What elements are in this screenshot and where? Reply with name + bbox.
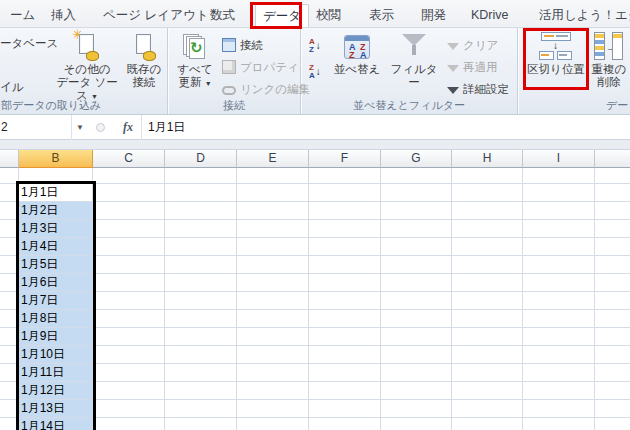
cell-partial[interactable] (595, 238, 630, 256)
column-header-E[interactable]: E (237, 150, 309, 168)
cell-I[interactable] (523, 418, 595, 430)
cell-D[interactable] (165, 274, 237, 292)
cell-D[interactable] (165, 400, 237, 418)
cell-G[interactable] (381, 202, 452, 220)
cell-F[interactable] (309, 202, 381, 220)
cell-F[interactable] (309, 292, 381, 310)
ribbon-tab-0[interactable]: ーム (3, 4, 42, 27)
cell-C[interactable] (93, 346, 165, 364)
cell-stub[interactable] (0, 292, 19, 310)
cell-stub[interactable] (0, 310, 19, 328)
cell-H[interactable] (452, 310, 523, 328)
cell-G[interactable] (381, 292, 452, 310)
advanced-filter-button[interactable]: 詳細設定 (447, 81, 509, 97)
cell-E[interactable] (237, 418, 309, 430)
cell-partial[interactable] (595, 274, 630, 292)
cell-partial[interactable] (595, 418, 630, 430)
cell-C[interactable] (93, 168, 165, 184)
cell-C[interactable] (93, 310, 165, 328)
cell-I[interactable] (523, 274, 595, 292)
cell-G[interactable] (381, 382, 452, 400)
cell-G[interactable] (381, 238, 452, 256)
cell-H[interactable] (452, 238, 523, 256)
ribbon-tab-7[interactable]: 開発 (414, 4, 453, 27)
cell-I[interactable] (523, 346, 595, 364)
cell-partial[interactable] (595, 364, 630, 382)
cell-G[interactable] (381, 274, 452, 292)
cell-H[interactable] (452, 382, 523, 400)
cell-I[interactable] (523, 328, 595, 346)
cell-H[interactable] (452, 400, 523, 418)
connections-button[interactable]: 接続 (222, 37, 263, 53)
cell-E[interactable] (237, 328, 309, 346)
cell-C[interactable] (93, 238, 165, 256)
cell-D[interactable] (165, 238, 237, 256)
ribbon-tab-5[interactable]: 校閲 (309, 4, 348, 27)
cell-I[interactable] (523, 292, 595, 310)
remove-duplicates-button[interactable]: → 重複の 削除 (588, 31, 630, 89)
cell-partial[interactable] (595, 292, 630, 310)
cell-B[interactable]: 1月14日 (19, 418, 93, 430)
cell-G[interactable] (381, 256, 452, 274)
cell-stub[interactable] (0, 202, 19, 220)
cell-E[interactable] (237, 168, 309, 184)
cell-E[interactable] (237, 274, 309, 292)
cell-H[interactable] (452, 328, 523, 346)
sort-descending-button[interactable]: Z A ↓ (309, 64, 321, 80)
column-header-B[interactable]: B (19, 150, 93, 168)
cell-stub[interactable] (0, 364, 19, 382)
cell-C[interactable] (93, 202, 165, 220)
cell-D[interactable] (165, 220, 237, 238)
refresh-all-button[interactable]: ↻ すべて 更新 ▼ (172, 31, 218, 90)
cell-B[interactable]: 1月7日 (19, 292, 93, 310)
cell-F[interactable] (309, 274, 381, 292)
cell-H[interactable] (452, 202, 523, 220)
cell-I[interactable] (523, 202, 595, 220)
cell-B[interactable]: 1月4日 (19, 238, 93, 256)
cell-H[interactable] (452, 274, 523, 292)
cell-G[interactable] (381, 400, 452, 418)
cell-G[interactable] (381, 418, 452, 430)
cell-C[interactable] (93, 400, 165, 418)
cell-F[interactable] (309, 328, 381, 346)
cell-G[interactable] (381, 184, 452, 202)
cell-stub[interactable] (0, 328, 19, 346)
cell-C[interactable] (93, 274, 165, 292)
cell-I[interactable] (523, 382, 595, 400)
cell-partial[interactable] (595, 202, 630, 220)
name-box-dropdown-icon[interactable]: ▼ (72, 123, 88, 132)
cell-E[interactable] (237, 364, 309, 382)
cell-F[interactable] (309, 346, 381, 364)
cell-stub[interactable] (0, 382, 19, 400)
cell-I[interactable] (523, 184, 595, 202)
filter-button[interactable]: フィルター (385, 31, 443, 89)
cell-H[interactable] (452, 184, 523, 202)
cell-F[interactable] (309, 400, 381, 418)
cell-B[interactable]: 1月6日 (19, 274, 93, 292)
column-header-partial[interactable] (595, 150, 630, 168)
cell-I[interactable] (523, 238, 595, 256)
column-header-H[interactable]: H (452, 150, 523, 168)
clear-filter-button[interactable]: クリア (447, 37, 498, 53)
ribbon-tab-2[interactable]: ページ レイアウト (96, 4, 216, 27)
name-box[interactable]: 2 (0, 115, 72, 140)
existing-connections-button[interactable]: 既存の 接続 (122, 31, 166, 89)
cell-C[interactable] (93, 220, 165, 238)
cell-I[interactable] (523, 364, 595, 382)
cell-G[interactable] (381, 220, 452, 238)
cell-G[interactable] (381, 328, 452, 346)
ribbon-tab-4[interactable]: データ (255, 4, 309, 27)
column-header-C[interactable]: C (93, 150, 165, 168)
cell-F[interactable] (309, 184, 381, 202)
cell-E[interactable] (237, 292, 309, 310)
cell-C[interactable] (93, 184, 165, 202)
cell-B[interactable]: 1月10日 (19, 346, 93, 364)
cell-H[interactable] (452, 364, 523, 382)
edit-links-button[interactable]: リンクの編集 (222, 81, 310, 97)
column-header-F[interactable]: F (309, 150, 381, 168)
cell-D[interactable] (165, 168, 237, 184)
cell-B[interactable]: 1月3日 (19, 220, 93, 238)
cell-partial[interactable] (595, 220, 630, 238)
cell-partial[interactable] (595, 184, 630, 202)
cell-C[interactable] (93, 292, 165, 310)
